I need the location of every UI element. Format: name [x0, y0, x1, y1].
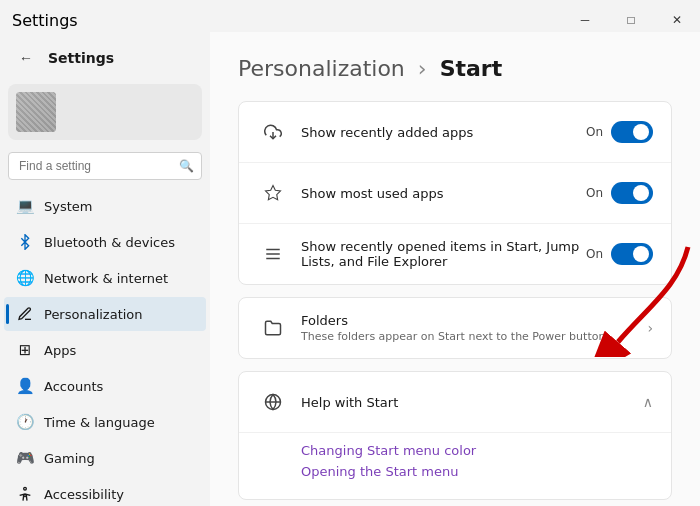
sidebar-item-label: Network & internet — [44, 271, 168, 286]
avatar — [16, 92, 56, 132]
network-icon: 🌐 — [16, 269, 34, 287]
help-links: Changing Start menu color Opening the St… — [239, 433, 671, 499]
settings-card-toggles: Show recently added apps On Show most us… — [238, 101, 672, 285]
most-used-control: On — [586, 182, 653, 204]
breadcrumb-parent[interactable]: Personalization — [238, 56, 405, 81]
main-content: Personalization › Start Show recently ad… — [210, 32, 700, 506]
folders-card-wrapper: Folders These folders appear on Start ne… — [238, 297, 672, 359]
svg-point-0 — [24, 487, 27, 490]
help-icon — [257, 386, 289, 418]
recently-opened-on-label: On — [586, 247, 603, 261]
avatar-image — [16, 92, 56, 132]
help-header[interactable]: Help with Start ∧ — [239, 372, 671, 433]
sidebar-item-label: Accounts — [44, 379, 103, 394]
sidebar-item-network[interactable]: 🌐 Network & internet — [4, 261, 206, 295]
sidebar-item-label: Apps — [44, 343, 76, 358]
gaming-icon: 🎮 — [16, 449, 34, 467]
help-chevron-icon: ∧ — [643, 394, 653, 410]
recently-added-text: Show recently added apps — [301, 125, 586, 140]
sidebar-item-label: Accessibility — [44, 487, 124, 502]
help-section: Help with Start ∧ Changing Start menu co… — [238, 371, 672, 500]
sidebar-item-time[interactable]: 🕐 Time & language — [4, 405, 206, 439]
folders-subtitle: These folders appear on Start next to th… — [301, 330, 647, 343]
recently-added-title: Show recently added apps — [301, 125, 586, 140]
help-link-opening-menu[interactable]: Opening the Start menu — [301, 464, 653, 479]
sidebar-header: ← Settings — [0, 40, 210, 80]
folders-icon — [257, 312, 289, 344]
recently-opened-toggle[interactable] — [611, 243, 653, 265]
recently-opened-icon — [257, 238, 289, 270]
search-box: 🔍 — [8, 152, 202, 180]
system-icon: 💻 — [16, 197, 34, 215]
recently-added-row: Show recently added apps On — [239, 102, 671, 163]
most-used-icon — [257, 177, 289, 209]
sidebar-item-accessibility[interactable]: Accessibility — [4, 477, 206, 506]
breadcrumb-current: Start — [440, 56, 503, 81]
sidebar-item-label: Personalization — [44, 307, 143, 322]
apps-icon: ⊞ — [16, 341, 34, 359]
recently-opened-title: Show recently opened items in Start, Jum… — [301, 239, 586, 269]
recently-added-icon — [257, 116, 289, 148]
sidebar-app-title: Settings — [48, 50, 114, 66]
most-used-text: Show most used apps — [301, 186, 586, 201]
sidebar-item-bluetooth[interactable]: Bluetooth & devices — [4, 225, 206, 259]
recently-opened-control: On — [586, 243, 653, 265]
titlebar-title: Settings — [12, 11, 78, 30]
breadcrumb: Personalization › Start — [238, 56, 672, 81]
svg-marker-2 — [266, 186, 281, 200]
user-card — [8, 84, 202, 140]
recently-added-control: On — [586, 121, 653, 143]
recently-opened-text: Show recently opened items in Start, Jum… — [301, 239, 586, 269]
accounts-icon: 👤 — [16, 377, 34, 395]
folders-row[interactable]: Folders These folders appear on Start ne… — [239, 298, 671, 358]
folders-chevron-icon: › — [647, 320, 653, 336]
sidebar-item-label: Time & language — [44, 415, 155, 430]
app-body: ← Settings 🔍 💻 System Bluetooth & device… — [0, 32, 700, 506]
folders-control: › — [647, 320, 653, 336]
most-used-on-label: On — [586, 186, 603, 200]
folders-card: Folders These folders appear on Start ne… — [238, 297, 672, 359]
search-icon: 🔍 — [179, 159, 194, 173]
back-button[interactable]: ← — [12, 44, 40, 72]
recently-added-on-label: On — [586, 125, 603, 139]
sidebar-item-personalization[interactable]: Personalization — [4, 297, 206, 331]
time-icon: 🕐 — [16, 413, 34, 431]
sidebar-item-apps[interactable]: ⊞ Apps — [4, 333, 206, 367]
folders-text: Folders These folders appear on Start ne… — [301, 313, 647, 343]
sidebar: ← Settings 🔍 💻 System Bluetooth & device… — [0, 32, 210, 506]
recently-added-toggle[interactable] — [611, 121, 653, 143]
help-header-title: Help with Start — [301, 395, 643, 410]
sidebar-item-gaming[interactable]: 🎮 Gaming — [4, 441, 206, 475]
most-used-row: Show most used apps On — [239, 163, 671, 224]
titlebar: Settings ─ □ ✕ — [0, 0, 700, 32]
bluetooth-icon — [16, 233, 34, 251]
breadcrumb-separator: › — [418, 56, 427, 81]
most-used-title: Show most used apps — [301, 186, 586, 201]
personalization-icon — [16, 305, 34, 323]
recently-opened-row: Show recently opened items in Start, Jum… — [239, 224, 671, 284]
sidebar-item-accounts[interactable]: 👤 Accounts — [4, 369, 206, 403]
most-used-toggle[interactable] — [611, 182, 653, 204]
sidebar-item-label: Bluetooth & devices — [44, 235, 175, 250]
search-input[interactable] — [8, 152, 202, 180]
accessibility-icon — [16, 485, 34, 503]
sidebar-item-label: System — [44, 199, 92, 214]
sidebar-item-label: Gaming — [44, 451, 95, 466]
sidebar-item-system[interactable]: 💻 System — [4, 189, 206, 223]
folders-title: Folders — [301, 313, 647, 328]
help-link-changing-color[interactable]: Changing Start menu color — [301, 443, 653, 458]
